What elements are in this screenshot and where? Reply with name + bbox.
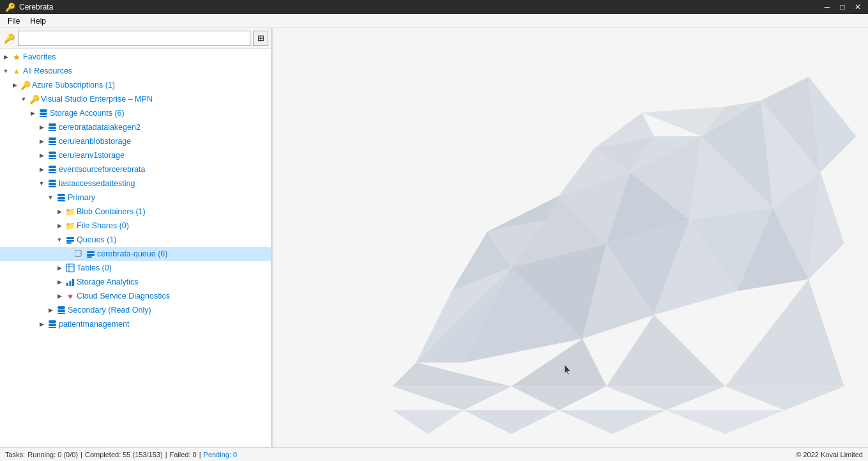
- svg-rect-34: [57, 306, 65, 309]
- expand-secondary[interactable]: ▶: [46, 306, 55, 315]
- tree-item-ceruleanv1storage[interactable]: ▶ ceruleanv1storage: [0, 148, 271, 162]
- svg-marker-63: [392, 363, 511, 386]
- expand-all-resources[interactable]: ▼: [1, 66, 10, 75]
- expand-favorites[interactable]: ▶: [1, 52, 10, 61]
- expand-cloud-service-diagnostics[interactable]: ▶: [55, 292, 64, 301]
- cloud-service-diagnostics-label: Cloud Service Diagnostics: [77, 292, 170, 301]
- tree-item-all-resources[interactable]: ▼ ▲ All Resources: [0, 64, 271, 78]
- svg-rect-5: [49, 130, 56, 131]
- tree-item-storage-accounts[interactable]: ▶ Storage Accounts (6): [0, 106, 271, 120]
- expand-storage-accounts[interactable]: ▶: [28, 109, 37, 118]
- expand-lastaccessedattesting[interactable]: ▼: [37, 179, 46, 188]
- status-running: Running: 0 (0/0): [27, 451, 78, 458]
- title-bar-controls: ─ □ ✕: [822, 3, 863, 12]
- expand-storage-analytics[interactable]: ▶: [55, 277, 64, 286]
- svg-rect-25: [87, 251, 95, 253]
- expand-eventsourceforcerebrata[interactable]: ▶: [37, 165, 46, 174]
- queue-item-icon2: [86, 249, 96, 259]
- primary-label: Primary: [68, 193, 95, 202]
- tree-item-cloud-service-diagnostics[interactable]: ▶ ♥ Cloud Service Diagnostics: [0, 289, 271, 303]
- tree-item-cerebrata-queue[interactable]: ▶ cerebrata-queue (6): [0, 247, 271, 261]
- tree-item-visual-studio[interactable]: ▼ 🔑 Visual Studio Enterprise – MPN: [0, 92, 271, 106]
- minimize-button[interactable]: ─: [822, 3, 832, 12]
- svg-marker-67: [392, 386, 511, 410]
- svg-rect-8: [49, 144, 56, 145]
- tree-item-storage-analytics[interactable]: ▶ Storage Analytics: [0, 275, 271, 289]
- secondary-label: Secondary (Read Only): [68, 306, 151, 315]
- queue-icon: [65, 235, 75, 245]
- svg-marker-66: [726, 279, 844, 387]
- sidebar-tree[interactable]: ▶ ★ Favorites ▼ ▲ All Resources ▶ 🔑 Azur…: [0, 49, 271, 447]
- maximize-button[interactable]: □: [837, 3, 848, 12]
- tree-item-favorites[interactable]: ▶ ★ Favorites: [0, 50, 271, 64]
- patientmanagement-label: patientmanagement: [59, 320, 130, 329]
- tree-item-primary[interactable]: ▼ Primary: [0, 191, 271, 205]
- tree-item-patientmanagement[interactable]: ▶ patientmanagement: [0, 317, 271, 331]
- svg-rect-14: [49, 172, 56, 173]
- tree-item-secondary[interactable]: ▶ Secondary (Read Only): [0, 303, 271, 317]
- svg-rect-20: [57, 200, 65, 201]
- close-button[interactable]: ✕: [853, 3, 863, 12]
- tree-item-tables[interactable]: ▶ Tables (0): [0, 261, 271, 275]
- svg-rect-12: [49, 166, 56, 168]
- search-input[interactable]: [18, 31, 250, 46]
- expand-queues[interactable]: ▼: [55, 235, 64, 244]
- tree-item-ceruleanblobstorage[interactable]: ▶ ceruleanblobstorage: [0, 134, 271, 148]
- tree-item-file-shares[interactable]: ▶ 📁 File Shares (0): [0, 219, 271, 233]
- db-icon-lat: [47, 178, 57, 189]
- all-resources-label: All Resources: [23, 66, 72, 75]
- svg-rect-23: [66, 242, 72, 244]
- svg-rect-39: [49, 327, 56, 328]
- status-failed: Failed: 0: [169, 451, 196, 458]
- menu-help[interactable]: Help: [25, 15, 51, 27]
- expand-azure-subs[interactable]: ▶: [10, 81, 19, 90]
- heart-icon: ♥: [65, 291, 75, 301]
- svg-marker-70: [726, 386, 844, 410]
- status-sep3: |: [199, 451, 201, 458]
- grid-icon: ⊞: [257, 33, 264, 43]
- svg-rect-11: [49, 158, 56, 159]
- queue-item-icon: [74, 249, 83, 258]
- svg-rect-9: [49, 152, 56, 154]
- expand-ceruleanblobstorage[interactable]: ▶: [37, 137, 46, 146]
- expand-primary[interactable]: ▼: [46, 193, 55, 202]
- svg-rect-3: [49, 123, 56, 126]
- menu-file[interactable]: File: [3, 15, 25, 27]
- status-completed: Completed: 55 (153/153): [85, 451, 163, 458]
- expand-blob-containers[interactable]: ▶: [55, 207, 64, 216]
- key-icon: 🔑: [3, 32, 15, 45]
- db-icon-storage: [38, 108, 49, 118]
- tree-item-azure-subscriptions[interactable]: ▶ 🔑 Azure Subscriptions (1): [0, 78, 271, 92]
- status-copyright: © 2022 Kovai Limited: [796, 451, 863, 458]
- svg-rect-7: [49, 141, 56, 143]
- folder-icon-files: 📁: [65, 221, 75, 231]
- svg-rect-4: [49, 127, 56, 129]
- db-icon-c2: [47, 122, 57, 132]
- content-area: [273, 28, 868, 447]
- storage-accounts-label: Storage Accounts (6): [50, 109, 125, 118]
- grid-view-button[interactable]: ⊞: [253, 31, 268, 46]
- svg-rect-31: [66, 283, 68, 286]
- svg-rect-18: [57, 194, 65, 196]
- status-bar: Tasks: Running: 0 (0/0) | Completed: 55 …: [0, 447, 868, 461]
- title-bar-left: 🔑 Cerebrata: [5, 3, 53, 12]
- tree-item-eventsourceforcerebrata[interactable]: ▶ eventsourceforcerebrata: [0, 162, 271, 176]
- expand-patientmanagement[interactable]: ▶: [37, 320, 46, 329]
- tree-item-lastaccessedattesting[interactable]: ▼ lastaccessedattesting: [0, 176, 271, 191]
- title-bar: 🔑 Cerebrata ─ □ ✕: [0, 0, 868, 14]
- svg-marker-69: [606, 386, 725, 410]
- svg-rect-16: [49, 183, 56, 185]
- svg-rect-24: [75, 250, 81, 256]
- expand-visual-studio[interactable]: ▼: [19, 95, 28, 104]
- db-icon-efc: [47, 164, 57, 175]
- expand-file-shares[interactable]: ▶: [55, 221, 64, 230]
- tree-item-cerebratadatalakegen2[interactable]: ▶ cerebratadatalakegen2: [0, 120, 271, 134]
- svg-rect-6: [49, 137, 56, 140]
- tree-item-blob-containers[interactable]: ▶ 📁 Blob Containers (1): [0, 205, 271, 219]
- tree-item-queues[interactable]: ▼ Queues (1): [0, 233, 271, 247]
- svg-rect-2: [40, 116, 47, 117]
- triangle-icon: ▲: [11, 66, 22, 76]
- expand-ceruleanv1storage[interactable]: ▶: [37, 151, 46, 160]
- expand-cerebratadatalakegen2[interactable]: ▶: [37, 123, 46, 132]
- expand-tables[interactable]: ▶: [55, 263, 64, 272]
